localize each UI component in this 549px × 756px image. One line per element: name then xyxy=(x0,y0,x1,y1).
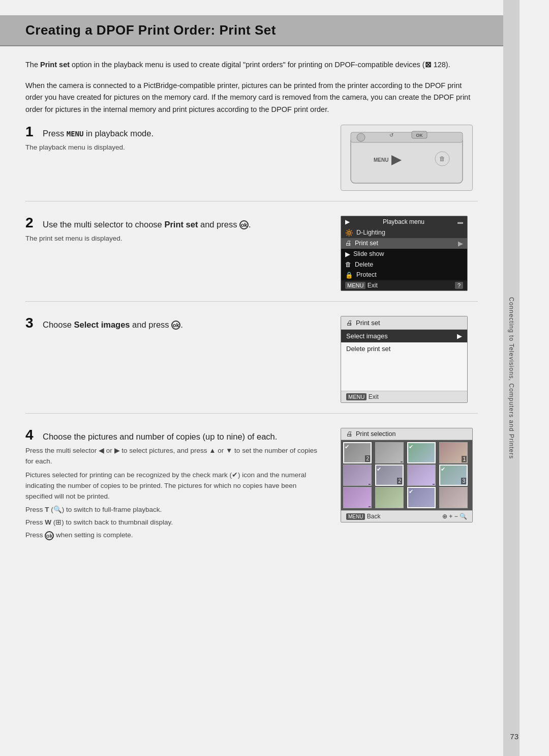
step-4-right: 🖨 Print selection ✔ 2 ✔ xyxy=(341,428,478,522)
dlighting-icon: 🔆 xyxy=(345,229,353,237)
delete-print-set-label: Delete print set xyxy=(346,345,390,353)
check-8: ✔ xyxy=(441,466,445,473)
playback-menu-bar-icon: ▬ xyxy=(458,219,463,225)
print-menu-header: 🖨 Print set xyxy=(341,316,467,330)
thumb-9 xyxy=(343,487,372,508)
side-tab-text: Connecting to Televisions, Computers and… xyxy=(508,297,515,459)
step-2-sub: The print set menu is displayed. xyxy=(25,234,325,244)
step-4-title: Choose the pictures and number of copies… xyxy=(43,431,277,443)
svg-text:MENU: MENU xyxy=(374,157,388,163)
side-tab: Connecting to Televisions, Computers and… xyxy=(503,0,520,756)
select-images-label: Select images xyxy=(346,332,388,340)
back-label: MENU Back xyxy=(346,513,380,520)
thumb-12 xyxy=(439,487,468,508)
thumb-1: ✔ 2 xyxy=(343,442,372,463)
step-4-section: 4 Choose the pictures and number of copi… xyxy=(25,428,478,551)
protect-label: Protect xyxy=(356,271,377,278)
check-1: ✔ xyxy=(345,444,349,450)
step-2-label-row: 2 Use the multi selector to choose Print… xyxy=(25,216,325,230)
help-icon: ? xyxy=(455,282,463,289)
camera-diagram: OK ↺ MENU 🗑 xyxy=(341,125,473,191)
print-set-term: Print set xyxy=(40,61,70,69)
print-menu-title: Print set xyxy=(356,319,380,327)
menu-item-slideshow: ▶ Slide show xyxy=(341,249,467,259)
step-3-left: 3 Choose Select images and press ok. xyxy=(25,316,341,334)
step-3-number: 3 xyxy=(25,316,37,330)
print-menu-spacer xyxy=(341,355,467,381)
step-1-section: 1 Press MENU in playback mode. The playb… xyxy=(25,125,478,201)
delete-print-set-item: Delete print set xyxy=(341,342,467,355)
page-number: 73 xyxy=(510,732,518,741)
step-3-label-row: 3 Choose Select images and press ok. xyxy=(25,316,325,331)
thumb-3: ✔ xyxy=(407,442,436,463)
step-1-left: 1 Press MENU in playback mode. The playb… xyxy=(25,125,341,153)
print-menu-footer: MENU Exit xyxy=(341,391,467,402)
printset-icon: 🖨 xyxy=(345,240,352,247)
playback-menu-diagram: ▶ Playback menu ▬ 🔆 D-Lighting 🖨 Print s… xyxy=(341,216,468,291)
step-4-sub-5: Press ok when setting is complete. xyxy=(25,530,325,541)
step-3-right: 🖨 Print set Select images ▶ Delete print… xyxy=(341,316,478,403)
svg-text:🗑: 🗑 xyxy=(439,155,445,162)
step-4-sub-3: Press T (🔍) to switch to full-frame play… xyxy=(25,505,325,515)
menu-exit-label: MENU Exit xyxy=(345,282,378,289)
menu-item-printset: 🖨 Print set ▶ xyxy=(341,238,467,249)
step-4-left: 4 Choose the pictures and number of copi… xyxy=(25,428,341,541)
print-menu-icon: 🖨 xyxy=(346,319,353,327)
slideshow-label: Slide show xyxy=(353,250,384,257)
check-3: ✔ xyxy=(409,444,413,450)
delete-label: Delete xyxy=(355,261,373,268)
intro-paragraph-2: When the camera is connected to a PictBr… xyxy=(25,80,478,115)
thumb-4: 1 xyxy=(439,442,468,463)
step-1-sub: The playback menu is displayed. xyxy=(25,142,325,153)
dlighting-label: D-Lighting xyxy=(356,229,385,236)
printset-arrow: ▶ xyxy=(458,240,463,247)
num-7 xyxy=(433,484,435,485)
thumb-11: ✔ xyxy=(407,487,436,508)
playback-menu-icon: ▶ xyxy=(345,218,350,225)
step-4-sub-1: Press the multi selector ◀ or ▶ to selec… xyxy=(25,446,325,467)
num-1: 2 xyxy=(365,455,370,462)
intro-paragraph-1: The Print set option in the playback men… xyxy=(25,59,478,71)
step-2-section: 2 Use the multi selector to choose Print… xyxy=(25,216,478,302)
playback-menu-header: ▶ Playback menu ▬ xyxy=(341,216,467,227)
step-1-right: OK ↺ MENU 🗑 xyxy=(341,125,478,191)
select-images-arrow: ▶ xyxy=(457,332,462,340)
num-9 xyxy=(369,506,371,507)
print-selection-diagram: 🖨 Print selection ✔ 2 ✔ xyxy=(341,428,473,522)
svg-rect-1 xyxy=(351,132,463,142)
page: Creating a DPOF Print Order: Print Set T… xyxy=(0,0,549,756)
menu-item-dlighting: 🔆 D-Lighting xyxy=(341,227,467,238)
delete-icon: 🗑 xyxy=(345,261,352,268)
slideshow-icon: ▶ xyxy=(345,250,350,258)
select-images-item: Select images ▶ xyxy=(341,330,467,342)
print-selection-title: Print selection xyxy=(356,430,396,438)
thumb-10 xyxy=(375,487,404,508)
check-6: ✔ xyxy=(377,466,381,473)
thumb-2 xyxy=(375,442,404,463)
num-6: 2 xyxy=(397,478,402,484)
print-selection-footer: MENU Back ⊕ + − 🔍 xyxy=(341,510,472,522)
step-4-sub-2: Pictures selected for printing can be re… xyxy=(25,470,325,502)
svg-point-2 xyxy=(357,133,365,141)
check-11: ✔ xyxy=(409,488,413,495)
step-1-label-row: 1 Press MENU in playback mode. xyxy=(25,125,325,139)
step-4-sub-4: Press W (⊞) to switch back to thumbnail … xyxy=(25,517,325,528)
print-selection-icon: 🖨 xyxy=(346,430,353,438)
thumb-7 xyxy=(407,464,436,486)
num-4: 1 xyxy=(462,456,467,462)
main-content: Creating a DPOF Print Order: Print Set T… xyxy=(0,0,503,756)
step-2-number: 2 xyxy=(25,216,37,230)
thumb-6: ✔ 2 xyxy=(375,464,404,486)
printset-label: Print set xyxy=(355,240,378,247)
step-1-title: Press MENU in playback mode. xyxy=(43,128,154,139)
menu-label: MENU xyxy=(346,393,367,400)
step-2-right: ▶ Playback menu ▬ 🔆 D-Lighting 🖨 Print s… xyxy=(341,216,478,291)
step-3-title: Choose Select images and press ok. xyxy=(43,319,183,331)
svg-text:↺: ↺ xyxy=(389,132,393,138)
camera-svg: OK ↺ MENU 🗑 xyxy=(346,127,468,188)
thumb-8: ✔ 3 xyxy=(439,464,468,486)
protect-icon: 🔒 xyxy=(345,271,353,279)
menu-item-delete: 🗑 Delete xyxy=(341,259,467,270)
step-2-left: 2 Use the multi selector to choose Print… xyxy=(25,216,341,244)
step-4-sub: Press the multi selector ◀ or ▶ to selec… xyxy=(25,446,325,541)
